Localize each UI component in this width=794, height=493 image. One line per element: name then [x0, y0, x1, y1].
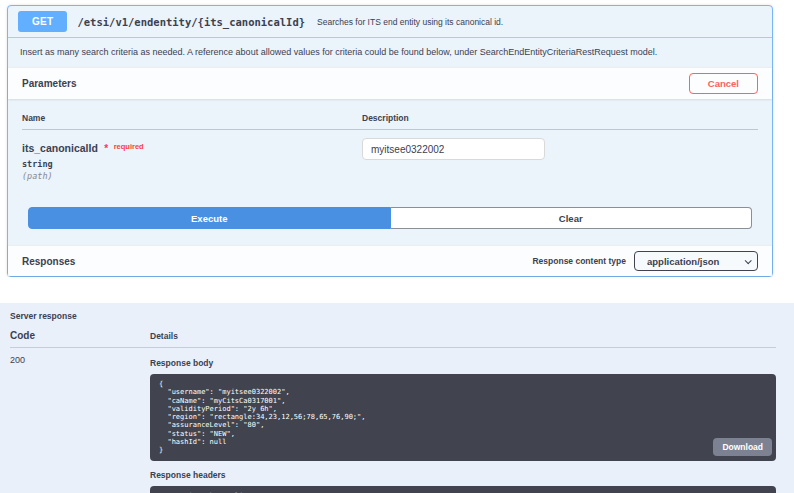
- response-body-json: { "username": "myitsee0322002", "caName"…: [150, 374, 776, 461]
- swagger-page: GET /etsi/v1/endentity/{its_canonicalId}…: [0, 5, 794, 493]
- response-status-code: 200: [10, 355, 150, 493]
- operation-description: Searches for ITS end entity using its ca…: [317, 17, 503, 27]
- cancel-button[interactable]: Cancel: [689, 73, 758, 94]
- response-headers-block: connection: keep-alive content-length: 1…: [150, 486, 776, 493]
- parameters-title: Parameters: [22, 78, 76, 89]
- clear-button[interactable]: Clear: [391, 207, 753, 229]
- parameters-table: Name Description its_canonicalId * requi…: [8, 99, 772, 185]
- response-details-cell: Response body { "username": "myitsee0322…: [150, 355, 776, 493]
- parameter-type: string: [22, 159, 362, 169]
- response-content-type-select[interactable]: application/json: [634, 251, 758, 271]
- parameter-name-line: its_canonicalId * required: [22, 138, 362, 156]
- parameter-name-cell: its_canonicalId * required string (path): [22, 138, 362, 181]
- response-headers-label: Response headers: [150, 470, 776, 480]
- server-response-row: 200 Response body { "username": "myitsee…: [10, 348, 776, 493]
- parameters-table-header: Name Description: [22, 109, 758, 130]
- execute-button[interactable]: Execute: [28, 207, 391, 229]
- column-header-description: Description: [362, 113, 758, 123]
- http-method-badge: GET: [18, 11, 67, 32]
- required-star: *: [104, 143, 108, 154]
- response-body-label: Response body: [150, 358, 776, 368]
- column-header-code: Code: [10, 330, 150, 341]
- operation-path: /etsi/v1/endentity/{its_canonicalId}: [77, 16, 305, 28]
- server-response-panel: Server response Code Details 200 Respons…: [0, 303, 794, 493]
- responses-header: Responses Response content type applicat…: [8, 245, 772, 276]
- execute-row: Execute Clear: [28, 207, 752, 229]
- parameter-name: its_canonicalId: [22, 142, 98, 154]
- parameter-row: its_canonicalId * required string (path): [22, 130, 758, 185]
- parameter-value-input[interactable]: [362, 138, 545, 160]
- server-response-table-header: Code Details: [10, 330, 776, 348]
- operation-note: Insert as many search criteria as needed…: [8, 38, 772, 67]
- responses-title: Responses: [22, 256, 75, 267]
- capture-gap: [0, 277, 794, 303]
- column-header-name: Name: [22, 113, 362, 123]
- content-type-label: Response content type: [532, 256, 626, 266]
- chevron-down-icon: [745, 257, 752, 264]
- content-type-value: application/json: [647, 256, 719, 267]
- download-button[interactable]: Download: [713, 438, 772, 456]
- get-operation-block: GET /etsi/v1/endentity/{its_canonicalId}…: [7, 5, 773, 277]
- server-response-title: Server response: [10, 308, 776, 330]
- parameter-location: (path): [22, 171, 362, 181]
- required-label: required: [114, 142, 144, 151]
- parameter-description-cell: [362, 138, 758, 181]
- parameters-header: Parameters Cancel: [8, 67, 772, 99]
- operation-summary[interactable]: GET /etsi/v1/endentity/{its_canonicalId}…: [8, 6, 772, 38]
- response-body-block: { "username": "myitsee0322002", "caName"…: [150, 374, 776, 461]
- column-header-details: Details: [150, 331, 776, 341]
- content-type-wrap: Response content type application/json: [532, 251, 758, 271]
